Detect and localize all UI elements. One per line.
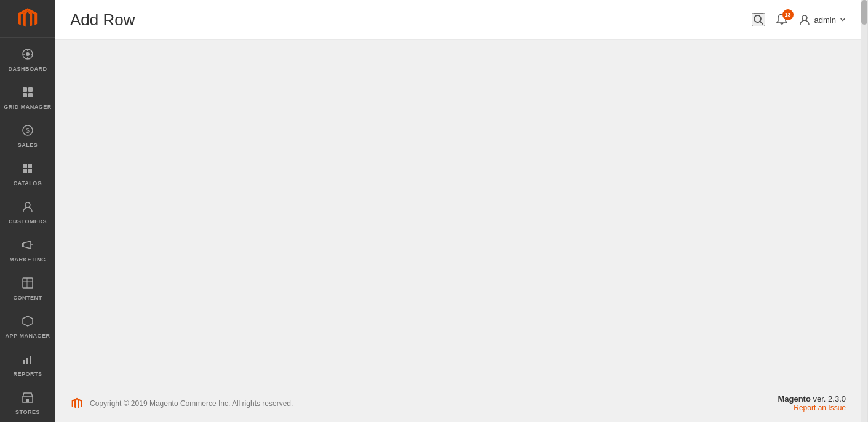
svg-point-1 (26, 52, 30, 56)
user-menu[interactable]: admin (798, 14, 846, 26)
content-area (55, 40, 861, 384)
sidebar-item-label-content: CONTENT (14, 295, 42, 301)
sidebar-item-label-sales: SALES (18, 142, 38, 149)
header-actions: 13 admin (752, 13, 846, 26)
customers-icon (22, 201, 34, 216)
scrollbar-track (861, 0, 867, 422)
user-name: admin (814, 15, 836, 25)
page-title: Add Row (70, 10, 752, 30)
sidebar: DASHBOARD GRID MANAGER $ SALES CATALOG C… (0, 0, 55, 422)
content-icon (22, 277, 34, 292)
sidebar-item-app-manager[interactable]: APP MANAGER (0, 308, 55, 346)
footer: Copyright © 2019 Magento Commerce Inc. A… (55, 384, 861, 422)
main-area: Add Row 13 admin (55, 0, 861, 422)
footer-right: Magento ver. 2.3.0 Report an Issue (778, 394, 846, 412)
svg-point-16 (25, 202, 30, 207)
svg-rect-8 (23, 93, 27, 97)
sidebar-item-label-marketing: MARKETING (10, 257, 46, 263)
scrollbar[interactable] (861, 0, 868, 422)
footer-left: Copyright © 2019 Magento Commerce Inc. A… (70, 397, 293, 410)
sidebar-item-label-grid-manager: GRID MANAGER (4, 104, 52, 111)
notification-badge: 13 (782, 9, 794, 20)
user-icon (798, 14, 811, 26)
sidebar-logo (0, 0, 55, 38)
sidebar-item-customers[interactable]: CUSTOMERS (0, 193, 55, 231)
sidebar-item-label-customers: CUSTOMERS (9, 218, 47, 225)
sidebar-item-marketing[interactable]: MARKETING (0, 231, 55, 269)
svg-rect-9 (28, 93, 33, 97)
sidebar-item-grid-manager[interactable]: GRID MANAGER (0, 79, 55, 117)
sidebar-item-dashboard[interactable]: DASHBOARD (0, 41, 55, 79)
footer-version-number: ver. 2.3.0 (813, 394, 846, 404)
search-icon (753, 14, 764, 25)
svg-rect-12 (23, 164, 27, 168)
svg-marker-22 (23, 316, 33, 326)
svg-rect-27 (26, 399, 29, 402)
scrollbar-thumb[interactable] (861, 0, 867, 25)
search-button[interactable] (752, 13, 765, 26)
stores-icon (22, 391, 34, 407)
app-manager-icon (22, 315, 34, 330)
svg-rect-6 (23, 87, 27, 92)
grid-manager-icon (22, 86, 34, 102)
sidebar-item-label-stores: STORES (15, 409, 40, 416)
sidebar-item-label-dashboard: DASHBOARD (9, 66, 47, 73)
svg-rect-23 (23, 360, 25, 364)
sidebar-item-label-reports: REPORTS (13, 371, 42, 378)
footer-copyright: Copyright © 2019 Magento Commerce Inc. A… (90, 399, 293, 408)
report-issue-link[interactable]: Report an Issue (794, 404, 846, 412)
footer-magento-logo-icon (70, 397, 84, 410)
svg-text:$: $ (26, 127, 30, 134)
chevron-down-icon (840, 17, 846, 23)
svg-rect-15 (28, 169, 32, 173)
sales-icon: $ (22, 124, 34, 140)
dashboard-icon (22, 48, 34, 63)
notification-button[interactable]: 13 (775, 13, 789, 26)
footer-version: Magento ver. 2.3.0 (778, 394, 846, 404)
svg-rect-13 (28, 164, 32, 168)
catalog-icon (22, 162, 34, 178)
sidebar-item-stores[interactable]: STORES (0, 384, 55, 422)
header: Add Row 13 admin (55, 0, 861, 40)
sidebar-item-label-app-manager: APP MANAGER (6, 333, 50, 340)
svg-rect-19 (23, 278, 33, 288)
svg-rect-24 (26, 358, 28, 364)
sidebar-item-reports[interactable]: REPORTS (0, 346, 55, 384)
marketing-icon (22, 239, 34, 254)
footer-version-label: Magento (778, 394, 810, 404)
svg-line-29 (760, 22, 763, 25)
sidebar-item-catalog[interactable]: CATALOG (0, 155, 55, 193)
magento-logo-icon (15, 6, 40, 31)
svg-rect-18 (22, 243, 23, 247)
svg-rect-25 (30, 356, 31, 364)
sidebar-item-label-catalog: CATALOG (14, 180, 42, 187)
svg-rect-7 (28, 87, 33, 92)
sidebar-divider (9, 39, 46, 39)
sidebar-item-content[interactable]: CONTENT (0, 269, 55, 308)
svg-rect-14 (23, 169, 27, 173)
reports-icon (22, 353, 34, 368)
svg-point-30 (802, 15, 807, 20)
sidebar-item-sales[interactable]: $ SALES (0, 117, 55, 155)
